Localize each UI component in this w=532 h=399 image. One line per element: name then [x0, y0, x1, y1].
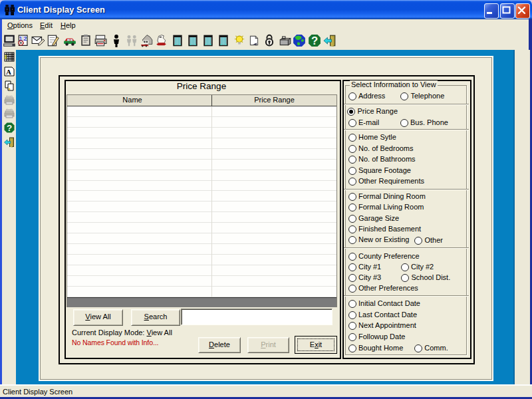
svg-text:dsnds: dsnds: [6, 108, 13, 111]
svg-text:A: A: [6, 68, 11, 76]
svg-text:?: ?: [7, 123, 12, 133]
svg-text:dsnds: dsnds: [6, 94, 13, 98]
svg-text:2: 2: [24, 35, 27, 42]
svg-text:?: ?: [311, 35, 317, 47]
